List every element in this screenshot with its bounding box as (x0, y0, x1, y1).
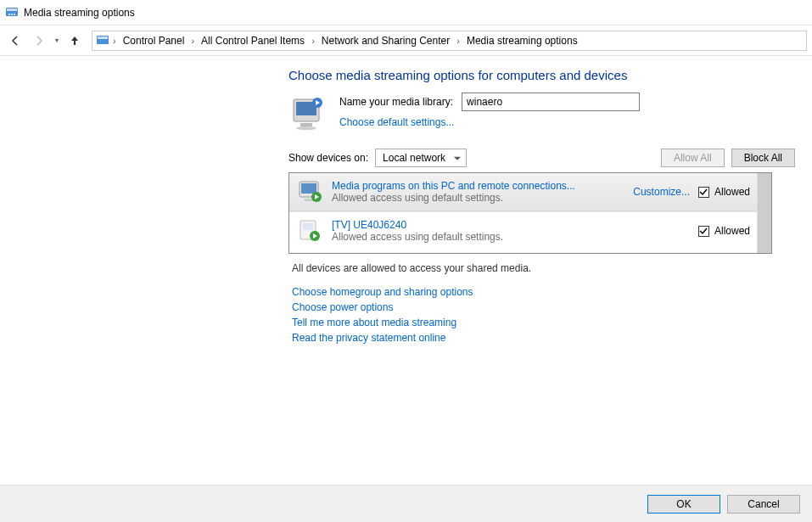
page-heading: Choose media streaming options for compu… (288, 68, 795, 82)
svg-point-2 (8, 14, 10, 15)
allowed-checkbox-group[interactable]: Allowed (698, 186, 750, 198)
address-icon (96, 34, 109, 48)
breadcrumb-item[interactable]: All Control Panel Items (198, 33, 308, 48)
tell-me-more-link[interactable]: Tell me more about media streaming (292, 317, 795, 328)
status-text: All devices are allowed to access your s… (292, 262, 792, 274)
default-settings-link[interactable]: Choose default settings... (339, 116, 640, 128)
chevron-right-icon: › (455, 36, 462, 46)
address-bar[interactable]: › Control Panel › All Control Panel Item… (92, 31, 807, 51)
breadcrumb-item[interactable]: Control Panel (120, 33, 188, 48)
chevron-right-icon: › (189, 36, 196, 46)
svg-rect-17 (303, 223, 313, 230)
allowed-checkbox-group[interactable]: Allowed (698, 225, 750, 237)
privacy-link[interactable]: Read the privacy statement online (292, 332, 795, 344)
svg-rect-13 (301, 183, 316, 194)
device-title[interactable]: Media programs on this PC and remote con… (332, 180, 575, 192)
device-list: Media programs on this PC and remote con… (288, 172, 772, 254)
chevron-right-icon: › (111, 36, 118, 46)
allow-all-button[interactable]: Allow All (661, 149, 725, 167)
show-devices-label: Show devices on: (288, 152, 368, 164)
customize-link[interactable]: Customize... (633, 186, 690, 198)
svg-rect-14 (305, 199, 313, 201)
main-content: Choose media streaming options for compu… (0, 56, 812, 485)
breadcrumb-item[interactable]: Media streaming options (463, 33, 581, 48)
select-value: Local network (383, 152, 445, 164)
checkbox-icon (698, 226, 709, 237)
svg-point-3 (11, 14, 13, 15)
app-icon (5, 6, 19, 20)
ok-button[interactable]: OK (647, 495, 720, 514)
device-subtitle: Allowed access using default settings. (332, 231, 690, 243)
title-bar: Media streaming options (0, 0, 812, 25)
forward-button[interactable] (29, 31, 49, 51)
device-subtitle: Allowed access using default settings. (332, 192, 624, 204)
library-name-input[interactable] (462, 93, 640, 111)
cancel-button[interactable]: Cancel (727, 495, 800, 514)
nav-toolbar: ▾ › Control Panel › All Control Panel It… (0, 25, 812, 56)
tv-icon (296, 217, 323, 244)
computer-icon (296, 178, 323, 205)
svg-rect-9 (300, 123, 312, 126)
breadcrumb-item[interactable]: Network and Sharing Center (318, 33, 453, 48)
homegroup-link[interactable]: Choose homegroup and sharing options (292, 286, 795, 298)
svg-rect-1 (7, 8, 17, 11)
power-options-link[interactable]: Choose power options (292, 301, 795, 313)
checkbox-icon (698, 187, 709, 198)
svg-rect-6 (98, 36, 108, 39)
block-all-button[interactable]: Block All (731, 149, 795, 167)
device-row[interactable]: [TV] UE40J6240 Allowed access using defa… (289, 211, 757, 250)
device-title[interactable]: [TV] UE40J6240 (332, 219, 406, 231)
svg-point-4 (14, 14, 15, 15)
dialog-footer: OK Cancel (0, 485, 812, 522)
chevron-right-icon: › (310, 36, 316, 46)
library-section: Name your media library: Choose default … (288, 93, 795, 133)
device-row[interactable]: Media programs on this PC and remote con… (289, 173, 757, 211)
history-dropdown-icon[interactable]: ▾ (53, 36, 61, 44)
allowed-label: Allowed (714, 186, 750, 198)
library-icon (288, 93, 329, 133)
network-scope-select[interactable]: Local network (375, 149, 467, 167)
allowed-label: Allowed (714, 225, 750, 237)
up-button[interactable] (64, 31, 85, 51)
window-title: Media streaming options (24, 7, 135, 19)
svg-point-10 (296, 126, 316, 130)
library-name-label: Name your media library: (339, 96, 453, 108)
scrollbar[interactable] (757, 173, 771, 253)
related-links: Choose homegroup and sharing options Cho… (292, 286, 795, 344)
scroll-thumb[interactable] (758, 173, 771, 253)
back-button[interactable] (5, 31, 25, 51)
devices-toolbar: Show devices on: Local network Allow All… (288, 149, 795, 167)
